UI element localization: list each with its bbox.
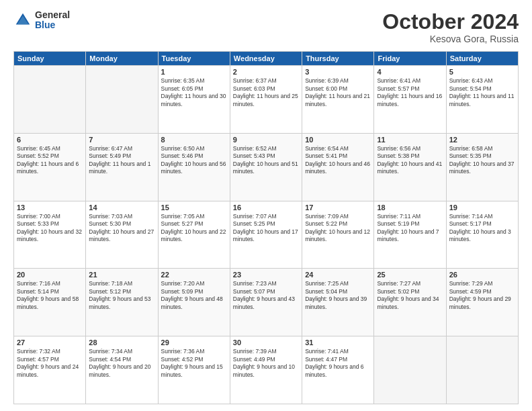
table-row: 8Sunrise: 6:50 AMSunset: 5:46 PMDaylight… [158,133,230,201]
table-row: 12Sunrise: 6:58 AMSunset: 5:35 PMDayligh… [446,133,518,201]
day-number: 9 [233,136,299,144]
day-number: 24 [305,271,371,279]
logo-icon [13,11,32,30]
subtitle: Kesova Gora, Russia [382,34,519,44]
day-info: Sunrise: 7:00 AMSunset: 5:33 PMDaylight:… [17,213,83,244]
table-row: 2Sunrise: 6:37 AMSunset: 6:03 PMDaylight… [230,66,302,134]
day-number: 25 [377,271,443,279]
table-row: 24Sunrise: 7:25 AMSunset: 5:04 PMDayligh… [302,269,374,336]
table-row: 15Sunrise: 7:05 AMSunset: 5:27 PMDayligh… [158,201,230,269]
table-row: 4Sunrise: 6:41 AMSunset: 5:57 PMDaylight… [374,66,446,134]
calendar-week-row: 20Sunrise: 7:16 AMSunset: 5:14 PMDayligh… [14,269,519,336]
table-row: 31Sunrise: 7:41 AMSunset: 4:47 PMDayligh… [302,336,374,404]
day-number: 23 [233,271,299,279]
month-title: October 2024 [382,10,519,34]
day-info: Sunrise: 6:39 AMSunset: 6:00 PMDaylight:… [305,77,371,108]
day-info: Sunrise: 7:34 AMSunset: 4:54 PMDaylight:… [89,348,154,379]
calendar-table: Sunday Monday Tuesday Wednesday Thursday… [13,51,519,404]
table-row: 10Sunrise: 6:54 AMSunset: 5:41 PMDayligh… [302,133,374,201]
day-info: Sunrise: 7:18 AMSunset: 5:12 PMDaylight:… [89,280,154,311]
day-info: Sunrise: 7:32 AMSunset: 4:57 PMDaylight:… [17,348,83,379]
day-info: Sunrise: 6:50 AMSunset: 5:46 PMDaylight:… [161,145,227,176]
table-row: 27Sunrise: 7:32 AMSunset: 4:57 PMDayligh… [14,336,86,404]
day-info: Sunrise: 6:45 AMSunset: 5:52 PMDaylight:… [17,145,83,176]
table-row: 21Sunrise: 7:18 AMSunset: 5:12 PMDayligh… [86,269,158,336]
table-row: 30Sunrise: 7:39 AMSunset: 4:49 PMDayligh… [230,336,302,404]
day-number: 11 [377,136,443,144]
day-info: Sunrise: 7:11 AMSunset: 5:19 PMDaylight:… [377,213,443,244]
day-number: 29 [161,338,227,347]
day-info: Sunrise: 7:41 AMSunset: 4:47 PMDaylight:… [305,348,371,379]
table-row: 26Sunrise: 7:29 AMSunset: 4:59 PMDayligh… [446,269,518,336]
day-info: Sunrise: 6:35 AMSunset: 6:05 PMDaylight:… [161,77,227,108]
day-number: 15 [161,203,227,212]
day-number: 3 [305,68,371,76]
table-row: 22Sunrise: 7:20 AMSunset: 5:09 PMDayligh… [158,269,230,336]
day-info: Sunrise: 7:16 AMSunset: 5:14 PMDaylight:… [17,280,83,311]
table-row [446,336,518,404]
day-info: Sunrise: 7:03 AMSunset: 5:30 PMDaylight:… [89,213,154,244]
day-info: Sunrise: 6:37 AMSunset: 6:03 PMDaylight:… [233,77,299,108]
table-row: 13Sunrise: 7:00 AMSunset: 5:33 PMDayligh… [14,201,86,269]
calendar-week-row: 13Sunrise: 7:00 AMSunset: 5:33 PMDayligh… [14,201,519,269]
day-number: 4 [377,68,443,76]
calendar-week-row: 6Sunrise: 6:45 AMSunset: 5:52 PMDaylight… [14,133,519,201]
day-info: Sunrise: 7:09 AMSunset: 5:22 PMDaylight:… [305,213,371,244]
day-number: 16 [233,203,299,212]
day-number: 6 [17,136,83,144]
table-row: 25Sunrise: 7:27 AMSunset: 5:02 PMDayligh… [374,269,446,336]
day-info: Sunrise: 6:56 AMSunset: 5:38 PMDaylight:… [377,145,443,176]
day-info: Sunrise: 7:27 AMSunset: 5:02 PMDaylight:… [377,280,443,311]
day-number: 22 [161,271,227,279]
day-info: Sunrise: 7:23 AMSunset: 5:07 PMDaylight:… [233,280,299,311]
col-saturday: Saturday [446,52,518,66]
day-info: Sunrise: 6:43 AMSunset: 5:54 PMDaylight:… [449,77,515,108]
title-block: October 2024 Kesova Gora, Russia [382,10,519,44]
day-info: Sunrise: 7:20 AMSunset: 5:09 PMDaylight:… [161,280,227,311]
logo-blue: Blue [35,20,70,30]
logo-text: General Blue [35,10,70,31]
day-number: 19 [449,203,515,212]
day-number: 21 [89,271,154,279]
table-row: 3Sunrise: 6:39 AMSunset: 6:00 PMDaylight… [302,66,374,134]
day-number: 18 [377,203,443,212]
table-row: 28Sunrise: 7:34 AMSunset: 4:54 PMDayligh… [86,336,158,404]
day-info: Sunrise: 7:39 AMSunset: 4:49 PMDaylight:… [233,348,299,379]
header: General Blue October 2024 Kesova Gora, R… [13,10,519,44]
day-info: Sunrise: 6:52 AMSunset: 5:43 PMDaylight:… [233,145,299,176]
table-row: 18Sunrise: 7:11 AMSunset: 5:19 PMDayligh… [374,201,446,269]
day-info: Sunrise: 7:29 AMSunset: 4:59 PMDaylight:… [449,280,515,311]
calendar-week-row: 27Sunrise: 7:32 AMSunset: 4:57 PMDayligh… [14,336,519,404]
day-info: Sunrise: 6:47 AMSunset: 5:49 PMDaylight:… [89,145,154,176]
table-row: 11Sunrise: 6:56 AMSunset: 5:38 PMDayligh… [374,133,446,201]
day-info: Sunrise: 7:14 AMSunset: 5:17 PMDaylight:… [449,213,515,244]
table-row: 5Sunrise: 6:43 AMSunset: 5:54 PMDaylight… [446,66,518,134]
day-info: Sunrise: 6:58 AMSunset: 5:35 PMDaylight:… [449,145,515,176]
col-monday: Monday [86,52,158,66]
col-wednesday: Wednesday [230,52,302,66]
day-number: 13 [17,203,83,212]
day-number: 27 [17,338,83,347]
table-row [14,66,86,134]
calendar-week-row: 1Sunrise: 6:35 AMSunset: 6:05 PMDaylight… [14,66,519,134]
table-row: 14Sunrise: 7:03 AMSunset: 5:30 PMDayligh… [86,201,158,269]
table-row: 9Sunrise: 6:52 AMSunset: 5:43 PMDaylight… [230,133,302,201]
calendar-header-row: Sunday Monday Tuesday Wednesday Thursday… [14,52,519,66]
page: General Blue October 2024 Kesova Gora, R… [0,0,532,411]
day-info: Sunrise: 7:25 AMSunset: 5:04 PMDaylight:… [305,280,371,311]
day-number: 7 [89,136,154,144]
col-thursday: Thursday [302,52,374,66]
day-number: 31 [305,338,371,347]
logo-general: General [35,10,70,20]
day-number: 12 [449,136,515,144]
table-row: 19Sunrise: 7:14 AMSunset: 5:17 PMDayligh… [446,201,518,269]
table-row: 7Sunrise: 6:47 AMSunset: 5:49 PMDaylight… [86,133,158,201]
day-number: 10 [305,136,371,144]
table-row: 6Sunrise: 6:45 AMSunset: 5:52 PMDaylight… [14,133,86,201]
table-row [86,66,158,134]
logo: General Blue [13,10,70,31]
table-row: 29Sunrise: 7:36 AMSunset: 4:52 PMDayligh… [158,336,230,404]
col-friday: Friday [374,52,446,66]
table-row: 23Sunrise: 7:23 AMSunset: 5:07 PMDayligh… [230,269,302,336]
day-info: Sunrise: 7:07 AMSunset: 5:25 PMDaylight:… [233,213,299,244]
